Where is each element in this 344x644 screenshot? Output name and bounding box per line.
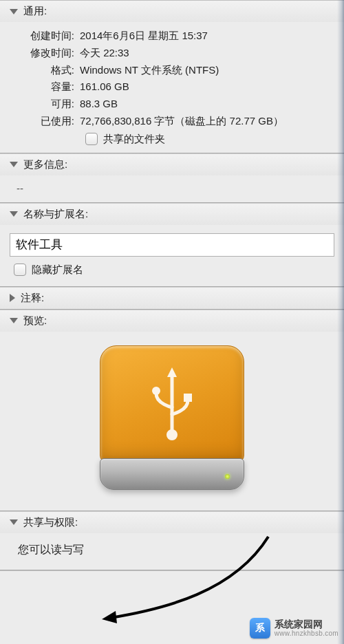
section-more-info: 更多信息: -- bbox=[0, 153, 344, 203]
section-title-comments: 注释: bbox=[21, 292, 44, 305]
section-general: 通用: 创建时间: 2014年6月6日 星期五 15:37 修改时间: 今天 2… bbox=[0, 1, 344, 153]
section-body-name-ext: 隐藏扩展名 bbox=[0, 225, 344, 286]
value-created: 2014年6月6日 星期五 15:37 bbox=[80, 28, 334, 43]
section-title-name-ext: 名称与扩展名: bbox=[23, 208, 88, 221]
usb-symbol-icon bbox=[141, 366, 203, 442]
value-format: Windows NT 文件系统 (NTFS) bbox=[80, 63, 334, 78]
svg-point-3 bbox=[152, 387, 160, 395]
checkbox-shared-folder[interactable] bbox=[85, 133, 98, 145]
section-body-sharing-permissions: 您可以读与写 bbox=[0, 533, 344, 570]
disclosure-down-icon bbox=[10, 162, 18, 167]
section-comments: 注释: bbox=[0, 287, 344, 310]
more-info-content: -- bbox=[10, 180, 334, 195]
value-modified: 今天 22:33 bbox=[80, 45, 334, 61]
label-used: 已使用: bbox=[10, 114, 80, 129]
name-input[interactable] bbox=[10, 233, 334, 257]
label-available: 可用: bbox=[10, 96, 80, 111]
section-body-general: 创建时间: 2014年6月6日 星期五 15:37 修改时间: 今天 22:33… bbox=[0, 22, 344, 153]
window-edge bbox=[337, 0, 344, 644]
checkbox-hide-extension[interactable] bbox=[14, 264, 26, 276]
svg-marker-5 bbox=[102, 611, 117, 623]
disclosure-down-icon bbox=[10, 9, 18, 14]
label-created: 创建时间: bbox=[10, 28, 80, 43]
watermark: 系 系统家园网 www.hnzkhbsb.com bbox=[250, 618, 338, 638]
label-shared-folder: 共享的文件夹 bbox=[103, 133, 165, 146]
section-sharing-permissions: 共享与权限: 您可以读与写 bbox=[0, 511, 344, 570]
label-hide-extension: 隐藏扩展名 bbox=[32, 264, 83, 277]
disclosure-down-icon bbox=[10, 211, 18, 217]
section-title-more-info: 更多信息: bbox=[23, 158, 67, 171]
section-body-more-info: -- bbox=[0, 175, 344, 202]
disclosure-right-icon bbox=[10, 294, 15, 302]
section-header-general[interactable]: 通用: bbox=[0, 1, 344, 22]
label-modified: 修改时间: bbox=[10, 45, 80, 61]
value-available: 88.3 GB bbox=[80, 96, 334, 111]
section-header-comments[interactable]: 注释: bbox=[0, 288, 344, 309]
svg-marker-1 bbox=[167, 367, 177, 377]
section-header-more-info[interactable]: 更多信息: bbox=[0, 154, 344, 175]
preview-area bbox=[0, 332, 344, 511]
disclosure-down-icon bbox=[10, 519, 18, 525]
disclosure-down-icon bbox=[10, 318, 18, 323]
usb-drive-icon bbox=[100, 345, 244, 490]
watermark-logo-icon: 系 bbox=[250, 618, 270, 638]
section-title-sharing-permissions: 共享与权限: bbox=[23, 516, 78, 529]
section-header-preview[interactable]: 预览: bbox=[0, 310, 344, 332]
section-title-general: 通用: bbox=[23, 5, 47, 18]
section-preview: 预览: bbox=[0, 310, 344, 511]
section-name-ext: 名称与扩展名: 隐藏扩展名 bbox=[0, 203, 344, 287]
section-title-preview: 预览: bbox=[23, 314, 47, 328]
svg-rect-4 bbox=[184, 394, 192, 402]
section-header-sharing-permissions[interactable]: 共享与权限: bbox=[0, 512, 344, 533]
watermark-url: www.hnzkhbsb.com bbox=[275, 630, 338, 637]
label-format: 格式: bbox=[10, 63, 80, 78]
watermark-title: 系统家园网 bbox=[275, 619, 338, 630]
label-capacity: 容量: bbox=[10, 79, 80, 94]
value-capacity: 161.06 GB bbox=[80, 79, 334, 94]
permission-text: 您可以读与写 bbox=[10, 537, 334, 563]
section-header-name-ext[interactable]: 名称与扩展名: bbox=[0, 204, 344, 225]
drive-led-icon bbox=[225, 474, 230, 479]
value-used: 72,766,830,816 字节（磁盘上的 72.77 GB） bbox=[80, 114, 334, 129]
svg-point-2 bbox=[166, 429, 178, 440]
